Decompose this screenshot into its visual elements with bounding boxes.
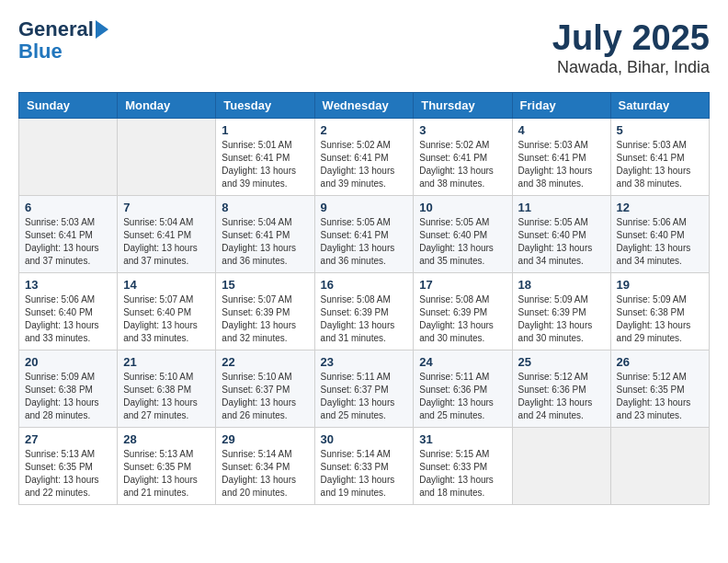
day-number: 23 bbox=[321, 355, 408, 369]
day-info: Sunrise: 5:10 AM Sunset: 6:38 PM Dayligh… bbox=[123, 371, 210, 422]
page-subtitle: Nawada, Bihar, India bbox=[552, 58, 710, 77]
calendar-cell bbox=[19, 119, 118, 196]
day-info: Sunrise: 5:02 AM Sunset: 6:41 PM Dayligh… bbox=[419, 139, 506, 190]
calendar-cell: 5Sunrise: 5:03 AM Sunset: 6:41 PM Daylig… bbox=[610, 119, 709, 196]
day-info: Sunrise: 5:07 AM Sunset: 6:40 PM Dayligh… bbox=[123, 293, 210, 345]
calendar-header-tuesday: Tuesday bbox=[216, 93, 314, 119]
day-number: 29 bbox=[222, 432, 308, 446]
calendar-cell: 25Sunrise: 5:12 AM Sunset: 6:36 PM Dayli… bbox=[512, 350, 610, 428]
day-info: Sunrise: 5:05 AM Sunset: 6:41 PM Dayligh… bbox=[321, 216, 408, 268]
calendar-week-row: 13Sunrise: 5:06 AM Sunset: 6:40 PM Dayli… bbox=[19, 273, 710, 350]
day-info: Sunrise: 5:13 AM Sunset: 6:35 PM Dayligh… bbox=[25, 448, 111, 500]
calendar-week-row: 1Sunrise: 5:01 AM Sunset: 6:41 PM Daylig… bbox=[19, 119, 710, 196]
day-number: 10 bbox=[419, 201, 506, 214]
day-info: Sunrise: 5:02 AM Sunset: 6:41 PM Dayligh… bbox=[321, 139, 408, 190]
calendar-cell: 12Sunrise: 5:06 AM Sunset: 6:40 PM Dayli… bbox=[610, 196, 709, 273]
calendar-cell: 29Sunrise: 5:14 AM Sunset: 6:34 PM Dayli… bbox=[216, 428, 314, 505]
day-info: Sunrise: 5:14 AM Sunset: 6:34 PM Dayligh… bbox=[222, 448, 308, 500]
day-info: Sunrise: 5:12 AM Sunset: 6:35 PM Dayligh… bbox=[617, 371, 703, 422]
calendar-week-row: 27Sunrise: 5:13 AM Sunset: 6:35 PM Dayli… bbox=[19, 428, 710, 505]
calendar-header-friday: Friday bbox=[512, 93, 610, 119]
calendar-cell bbox=[610, 428, 709, 505]
day-info: Sunrise: 5:09 AM Sunset: 6:39 PM Dayligh… bbox=[518, 293, 605, 345]
day-info: Sunrise: 5:11 AM Sunset: 6:37 PM Dayligh… bbox=[321, 371, 408, 422]
calendar-cell: 13Sunrise: 5:06 AM Sunset: 6:40 PM Dayli… bbox=[19, 273, 118, 350]
day-info: Sunrise: 5:01 AM Sunset: 6:41 PM Dayligh… bbox=[222, 139, 308, 190]
calendar-week-row: 20Sunrise: 5:09 AM Sunset: 6:38 PM Dayli… bbox=[19, 350, 710, 428]
day-number: 30 bbox=[321, 432, 408, 446]
calendar-header-sunday: Sunday bbox=[19, 93, 118, 119]
calendar-cell: 14Sunrise: 5:07 AM Sunset: 6:40 PM Dayli… bbox=[118, 273, 216, 350]
calendar-cell: 21Sunrise: 5:10 AM Sunset: 6:38 PM Dayli… bbox=[118, 350, 216, 428]
day-info: Sunrise: 5:05 AM Sunset: 6:40 PM Dayligh… bbox=[419, 216, 506, 268]
calendar-header-wednesday: Wednesday bbox=[314, 93, 414, 119]
day-info: Sunrise: 5:06 AM Sunset: 6:40 PM Dayligh… bbox=[617, 216, 703, 268]
logo-text-general: General bbox=[18, 18, 94, 40]
calendar-cell: 17Sunrise: 5:08 AM Sunset: 6:39 PM Dayli… bbox=[414, 273, 512, 350]
calendar-cell: 27Sunrise: 5:13 AM Sunset: 6:35 PM Dayli… bbox=[19, 428, 118, 505]
day-number: 2 bbox=[321, 123, 408, 137]
day-info: Sunrise: 5:03 AM Sunset: 6:41 PM Dayligh… bbox=[518, 139, 605, 190]
day-number: 9 bbox=[321, 201, 408, 214]
logo: General Blue bbox=[18, 18, 108, 63]
calendar-week-row: 6Sunrise: 5:03 AM Sunset: 6:41 PM Daylig… bbox=[19, 196, 710, 273]
day-number: 5 bbox=[617, 123, 703, 137]
day-info: Sunrise: 5:05 AM Sunset: 6:40 PM Dayligh… bbox=[518, 216, 605, 268]
day-number: 28 bbox=[123, 432, 210, 446]
day-number: 15 bbox=[222, 278, 308, 292]
day-number: 21 bbox=[123, 355, 210, 369]
calendar-cell: 1Sunrise: 5:01 AM Sunset: 6:41 PM Daylig… bbox=[216, 119, 314, 196]
day-info: Sunrise: 5:08 AM Sunset: 6:39 PM Dayligh… bbox=[321, 293, 408, 345]
title-area: July 2025 Nawada, Bihar, India bbox=[552, 18, 710, 77]
calendar-cell: 24Sunrise: 5:11 AM Sunset: 6:36 PM Dayli… bbox=[414, 350, 512, 428]
calendar-cell: 11Sunrise: 5:05 AM Sunset: 6:40 PM Dayli… bbox=[512, 196, 610, 273]
day-number: 12 bbox=[617, 201, 703, 214]
page-title: July 2025 bbox=[552, 18, 710, 58]
day-info: Sunrise: 5:03 AM Sunset: 6:41 PM Dayligh… bbox=[617, 139, 703, 190]
calendar-header-saturday: Saturday bbox=[610, 93, 709, 119]
day-info: Sunrise: 5:07 AM Sunset: 6:39 PM Dayligh… bbox=[222, 293, 308, 345]
day-info: Sunrise: 5:04 AM Sunset: 6:41 PM Dayligh… bbox=[123, 216, 210, 268]
day-info: Sunrise: 5:13 AM Sunset: 6:35 PM Dayligh… bbox=[123, 448, 210, 500]
day-info: Sunrise: 5:14 AM Sunset: 6:33 PM Dayligh… bbox=[321, 448, 408, 500]
day-info: Sunrise: 5:04 AM Sunset: 6:41 PM Dayligh… bbox=[222, 216, 308, 268]
calendar-cell: 9Sunrise: 5:05 AM Sunset: 6:41 PM Daylig… bbox=[314, 196, 414, 273]
calendar-cell: 22Sunrise: 5:10 AM Sunset: 6:37 PM Dayli… bbox=[216, 350, 314, 428]
calendar-cell: 2Sunrise: 5:02 AM Sunset: 6:41 PM Daylig… bbox=[314, 119, 414, 196]
calendar-cell: 4Sunrise: 5:03 AM Sunset: 6:41 PM Daylig… bbox=[512, 119, 610, 196]
calendar-header-thursday: Thursday bbox=[414, 93, 512, 119]
day-number: 7 bbox=[123, 201, 210, 214]
calendar-cell: 6Sunrise: 5:03 AM Sunset: 6:41 PM Daylig… bbox=[19, 196, 118, 273]
day-number: 6 bbox=[25, 201, 111, 214]
day-number: 1 bbox=[222, 123, 308, 137]
calendar-cell: 28Sunrise: 5:13 AM Sunset: 6:35 PM Dayli… bbox=[118, 428, 216, 505]
logo-arrow-icon bbox=[96, 20, 108, 39]
day-number: 22 bbox=[222, 355, 308, 369]
day-number: 27 bbox=[25, 432, 111, 446]
calendar-cell: 26Sunrise: 5:12 AM Sunset: 6:35 PM Dayli… bbox=[610, 350, 709, 428]
calendar-header-row: SundayMondayTuesdayWednesdayThursdayFrid… bbox=[19, 93, 710, 119]
day-number: 24 bbox=[419, 355, 506, 369]
calendar-cell bbox=[512, 428, 610, 505]
calendar-header-monday: Monday bbox=[118, 93, 216, 119]
logo-text-blue: Blue bbox=[18, 40, 63, 63]
day-number: 26 bbox=[617, 355, 703, 369]
calendar-cell: 19Sunrise: 5:09 AM Sunset: 6:38 PM Dayli… bbox=[610, 273, 709, 350]
day-info: Sunrise: 5:08 AM Sunset: 6:39 PM Dayligh… bbox=[419, 293, 506, 345]
calendar-cell: 15Sunrise: 5:07 AM Sunset: 6:39 PM Dayli… bbox=[216, 273, 314, 350]
calendar-cell: 23Sunrise: 5:11 AM Sunset: 6:37 PM Dayli… bbox=[314, 350, 414, 428]
day-info: Sunrise: 5:10 AM Sunset: 6:37 PM Dayligh… bbox=[222, 371, 308, 422]
day-info: Sunrise: 5:06 AM Sunset: 6:40 PM Dayligh… bbox=[25, 293, 111, 345]
day-info: Sunrise: 5:15 AM Sunset: 6:33 PM Dayligh… bbox=[419, 448, 506, 500]
day-info: Sunrise: 5:09 AM Sunset: 6:38 PM Dayligh… bbox=[617, 293, 703, 345]
day-number: 20 bbox=[25, 355, 111, 369]
calendar-cell: 7Sunrise: 5:04 AM Sunset: 6:41 PM Daylig… bbox=[118, 196, 216, 273]
day-number: 25 bbox=[518, 355, 605, 369]
calendar-cell: 20Sunrise: 5:09 AM Sunset: 6:38 PM Dayli… bbox=[19, 350, 118, 428]
calendar-table: SundayMondayTuesdayWednesdayThursdayFrid… bbox=[18, 92, 710, 505]
calendar-cell: 8Sunrise: 5:04 AM Sunset: 6:41 PM Daylig… bbox=[216, 196, 314, 273]
day-info: Sunrise: 5:11 AM Sunset: 6:36 PM Dayligh… bbox=[419, 371, 506, 422]
day-info: Sunrise: 5:09 AM Sunset: 6:38 PM Dayligh… bbox=[25, 371, 111, 422]
day-number: 13 bbox=[25, 278, 111, 292]
day-number: 11 bbox=[518, 201, 605, 214]
